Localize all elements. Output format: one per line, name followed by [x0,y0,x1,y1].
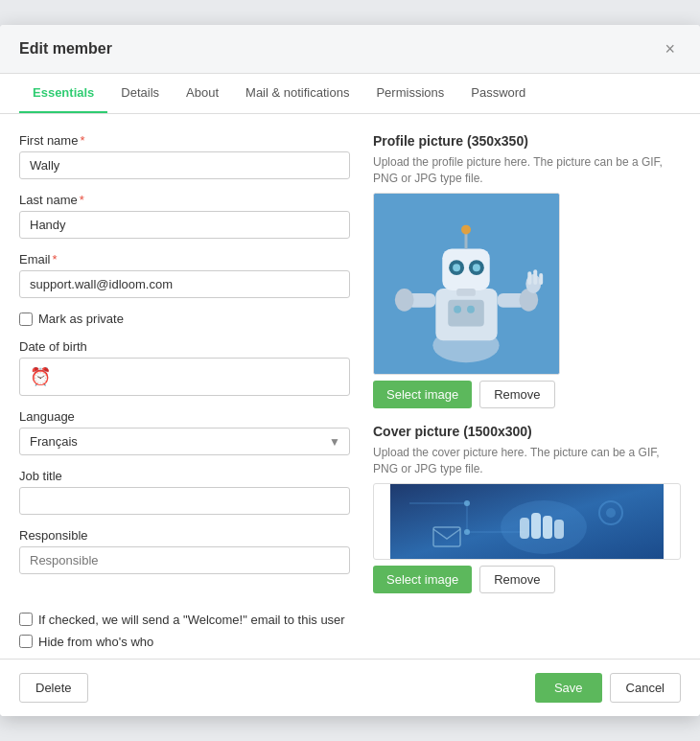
svg-rect-33 [554,520,564,539]
svg-point-27 [464,500,470,506]
cover-remove-button[interactable]: Remove [479,566,554,593]
svg-rect-31 [531,513,541,539]
profile-picture-actions: Select image Remove [373,381,681,408]
save-button[interactable]: Save [535,673,602,703]
last-name-input[interactable] [19,211,350,239]
svg-point-11 [395,289,414,312]
responsible-group: Responsible [19,528,350,574]
profile-picture-section: Profile picture (350x350) Upload the pro… [373,133,681,408]
calendar-icon: ⏰ [28,362,53,391]
svg-rect-17 [539,273,543,285]
last-name-group: Last name* [19,193,350,239]
svg-rect-18 [448,300,484,327]
svg-point-20 [467,306,475,313]
cover-picture-actions: Select image Remove [373,566,681,593]
language-select[interactable]: Français English Deutsch Español [19,428,350,455]
svg-point-35 [606,508,616,518]
svg-point-6 [453,264,460,271]
welcome-email-group: If checked, we will send a "Welcome!" em… [19,613,681,627]
language-select-wrapper: Français English Deutsch Español ▼ [19,428,350,455]
profile-image [374,194,559,374]
cover-select-image-button[interactable]: Select image [373,566,472,593]
hide-whos-who-group: Hide from who's who [19,635,681,649]
svg-rect-21 [456,289,476,296]
left-column: First name* Last name* Email* [19,133,350,592]
tab-permissions[interactable]: Permissions [362,74,457,113]
modal-title: Edit member [19,40,112,58]
hide-whos-who-checkbox[interactable] [19,635,33,648]
cancel-button[interactable]: Cancel [610,673,681,703]
right-column: Profile picture (350x350) Upload the pro… [373,133,681,592]
profile-picture-desc: Upload the profile picture here. The pic… [373,154,681,187]
tab-details[interactable]: Details [107,74,173,113]
svg-rect-30 [520,518,529,539]
first-name-group: First name* [19,133,350,179]
email-input[interactable] [19,270,350,298]
welcome-email-checkbox[interactable] [19,613,33,626]
welcome-email-label[interactable]: If checked, we will send a "Welcome!" em… [38,613,345,627]
close-button[interactable]: × [659,38,681,59]
job-title-input[interactable] [19,487,350,515]
svg-point-7 [473,264,480,271]
cover-image-container [373,483,681,560]
dob-label: Date of birth [19,339,350,354]
email-label: Email* [19,252,350,266]
tab-password[interactable]: Password [457,74,539,113]
responsible-label: Responsible [19,528,350,543]
footer-right-actions: Save Cancel [535,673,681,703]
modal-body: First name* Last name* Email* [0,114,700,612]
last-name-label: Last name* [19,193,350,207]
profile-image-container [373,193,560,375]
cover-picture-title: Cover picture (1500x300) [373,424,681,439]
mark-private-checkbox[interactable] [19,313,33,326]
hide-whos-who-label[interactable]: Hide from who's who [38,635,153,649]
language-group: Language Français English Deutsch Españo… [19,409,350,455]
job-title-group: Job title [19,469,350,515]
tab-essentials[interactable]: Essentials [19,74,107,113]
delete-button[interactable]: Delete [19,673,88,703]
mark-private-group: Mark as private [19,312,350,326]
job-title-label: Job title [19,469,350,483]
email-group: Email* [19,252,350,298]
mark-private-label[interactable]: Mark as private [38,312,124,326]
modal-header: Edit member × [0,25,700,74]
svg-rect-15 [527,271,531,285]
edit-member-modal: Edit member × Essentials Details About M… [0,25,700,715]
profile-remove-button[interactable]: Remove [479,381,554,408]
svg-rect-16 [533,269,537,285]
profile-picture-title: Profile picture (350x350) [373,133,681,149]
cover-picture-desc: Upload the cover picture here. The pictu… [373,445,681,477]
cover-picture-section: Cover picture (1500x300) Upload the cove… [373,424,681,593]
svg-point-28 [464,529,470,535]
first-name-label: First name* [19,133,350,148]
svg-rect-32 [543,516,552,539]
first-name-input[interactable] [19,151,350,179]
svg-point-19 [454,306,461,313]
footer-checkboxes: If checked, we will send a "Welcome!" em… [0,613,700,659]
cover-image [374,484,680,560]
tab-about[interactable]: About [173,74,232,113]
modal-footer: Delete Save Cancel [0,659,700,716]
dob-group: Date of birth ⏰ [19,339,350,396]
tabs-container: Essentials Details About Mail & notifica… [0,74,700,114]
tab-mail-notifications[interactable]: Mail & notifications [232,74,362,113]
svg-point-9 [461,225,471,235]
responsible-input[interactable] [19,546,350,574]
language-label: Language [19,409,350,424]
profile-select-image-button[interactable]: Select image [373,381,472,408]
